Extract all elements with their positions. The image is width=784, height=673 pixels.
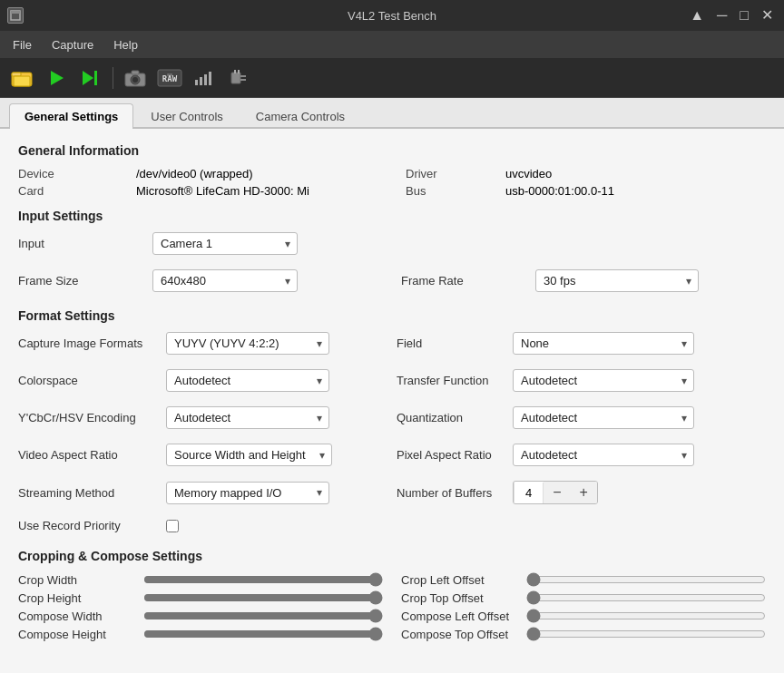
- window-icon: [7, 7, 24, 24]
- driver-value: uvcvideo: [505, 167, 766, 180]
- svg-point-10: [132, 77, 138, 83]
- crop-left-slider[interactable]: [526, 572, 766, 587]
- crop-width-slider[interactable]: [143, 572, 383, 587]
- menu-file[interactable]: File: [4, 34, 41, 55]
- ycbcr-label: Y'CbCr/HSV Encoding: [18, 411, 159, 424]
- ycbcr-row: Y'CbCr/HSV Encoding Autodetect: [18, 406, 387, 429]
- raw-btn[interactable]: RAW ≋≋: [155, 63, 184, 93]
- num-buffers-label: Number of Buffers: [397, 486, 505, 500]
- play-next-btn[interactable]: [76, 63, 105, 93]
- capture-format-select[interactable]: YUYV (YUYV 4:2:2): [166, 332, 329, 355]
- plugin-btn[interactable]: [224, 63, 253, 93]
- colorspace-row: Colorspace Autodetect: [18, 369, 387, 392]
- quantization-row: Quantization Autodetect: [397, 406, 766, 429]
- video-aspect-select[interactable]: Source Width and Height: [166, 444, 332, 466]
- minimize-up-btn[interactable]: ▲: [686, 6, 708, 24]
- video-aspect-row: Video Aspect Ratio Source Width and Heig…: [18, 444, 387, 466]
- pixel-aspect-label: Pixel Aspect Ratio: [397, 448, 505, 462]
- compose-height-slider[interactable]: [143, 627, 383, 641]
- play-btn[interactable]: [42, 63, 71, 93]
- compose-height-row: Compose Height: [18, 627, 383, 641]
- transfer-fn-select-wrapper: Autodetect: [513, 369, 694, 392]
- svg-rect-3: [12, 73, 21, 76]
- pixel-aspect-row: Pixel Aspect Ratio Autodetect: [397, 444, 766, 466]
- compose-top-row: Compose Top Offset: [401, 627, 766, 641]
- colorspace-select[interactable]: Autodetect: [166, 369, 329, 392]
- capture-format-row: Capture Image Formats YUYV (YUYV 4:2:2): [18, 332, 387, 355]
- crop-width-row: Crop Width: [18, 572, 383, 587]
- ycbcr-select[interactable]: Autodetect: [166, 406, 329, 429]
- crop-left-label: Crop Left Offset: [401, 573, 519, 587]
- input-label: Input: [18, 237, 145, 250]
- svg-marker-6: [83, 71, 93, 85]
- compose-width-row: Compose Width: [18, 609, 383, 623]
- pixel-aspect-select[interactable]: Autodetect: [513, 444, 694, 466]
- tab-camera-controls[interactable]: Camera Controls: [240, 103, 360, 129]
- quantization-select-wrapper: Autodetect: [513, 406, 694, 429]
- capture-format-select-wrapper: YUYV (YUYV 4:2:2): [166, 332, 329, 355]
- open-folder-btn[interactable]: [7, 63, 36, 93]
- crop-height-slider[interactable]: [143, 590, 383, 605]
- num-buffers-decrease[interactable]: −: [544, 482, 570, 503]
- toolbar-separator-1: [113, 67, 113, 89]
- menu-bar: File Capture Help: [0, 31, 784, 58]
- compose-left-slider[interactable]: [526, 609, 766, 623]
- tab-user-controls[interactable]: User Controls: [135, 103, 238, 129]
- close-btn[interactable]: ✕: [758, 6, 777, 24]
- compose-width-slider[interactable]: [143, 609, 383, 623]
- general-info-title: General Information: [18, 143, 766, 158]
- input-row: Input Camera 1: [18, 232, 383, 255]
- frame-size-select-wrapper: 640x480: [152, 269, 298, 292]
- crop-height-row: Crop Height: [18, 590, 383, 605]
- svg-rect-4: [14, 76, 30, 86]
- frame-size-label: Frame Size: [18, 274, 145, 288]
- camera-btn[interactable]: [121, 63, 150, 93]
- signal-btn[interactable]: [190, 63, 219, 93]
- compose-top-label: Compose Top Offset: [401, 628, 519, 641]
- crop-width-label: Crop Width: [18, 573, 136, 587]
- num-buffers-control: 4 − +: [513, 481, 598, 504]
- svg-rect-21: [240, 79, 246, 81]
- frame-size-select[interactable]: 640x480: [152, 269, 298, 292]
- streaming-select[interactable]: Memory mapped I/O: [166, 482, 329, 504]
- svg-rect-11: [132, 71, 139, 74]
- card-value: Microsoft® LifeCam HD-3000: Mi: [136, 184, 397, 198]
- device-value: /dev/video0 (wrapped): [136, 167, 397, 180]
- input-select[interactable]: Camera 1: [152, 232, 298, 255]
- minimize-btn[interactable]: ─: [713, 6, 730, 24]
- crop-top-slider[interactable]: [526, 590, 766, 605]
- svg-rect-16: [200, 77, 202, 85]
- toolbar: RAW ≋≋: [0, 58, 784, 98]
- menu-help[interactable]: Help: [104, 34, 147, 55]
- transfer-fn-select[interactable]: Autodetect: [513, 369, 694, 392]
- svg-rect-20: [240, 75, 246, 77]
- num-buffers-row: Number of Buffers 4 − +: [397, 481, 766, 504]
- crop-top-label: Crop Top Offset: [401, 591, 519, 605]
- quantization-label: Quantization: [397, 411, 505, 424]
- compose-height-label: Compose Height: [18, 628, 136, 641]
- tab-general-settings[interactable]: General Settings: [9, 103, 133, 129]
- field-select[interactable]: None: [513, 332, 694, 355]
- crop-height-label: Crop Height: [18, 591, 136, 605]
- colorspace-select-wrapper: Autodetect: [166, 369, 329, 392]
- card-label: Card: [18, 184, 127, 198]
- use-record-checkbox[interactable]: [166, 520, 179, 532]
- maximize-btn[interactable]: □: [736, 6, 752, 24]
- svg-rect-15: [195, 80, 198, 85]
- frame-rate-select[interactable]: 30 fps: [535, 269, 699, 292]
- use-record-row: Use Record Priority: [18, 519, 387, 532]
- quantization-select[interactable]: Autodetect: [513, 406, 694, 429]
- num-buffers-increase[interactable]: +: [571, 482, 597, 503]
- colorspace-label: Colorspace: [18, 374, 159, 387]
- frame-rate-row: Frame Rate 30 fps: [401, 269, 766, 292]
- general-info-grid: Device /dev/video0 (wrapped) Driver uvcv…: [18, 167, 766, 198]
- frame-rate-label: Frame Rate: [401, 274, 528, 288]
- video-aspect-select-wrapper: Source Width and Height: [166, 444, 332, 466]
- menu-capture[interactable]: Capture: [43, 34, 103, 55]
- compose-top-slider[interactable]: [526, 627, 766, 641]
- frame-rate-select-wrapper: 30 fps: [535, 269, 699, 292]
- capture-format-label: Capture Image Formats: [18, 336, 159, 350]
- frame-size-row: Frame Size 640x480: [18, 269, 383, 292]
- svg-rect-7: [94, 71, 97, 85]
- crop-left-row: Crop Left Offset: [401, 572, 766, 587]
